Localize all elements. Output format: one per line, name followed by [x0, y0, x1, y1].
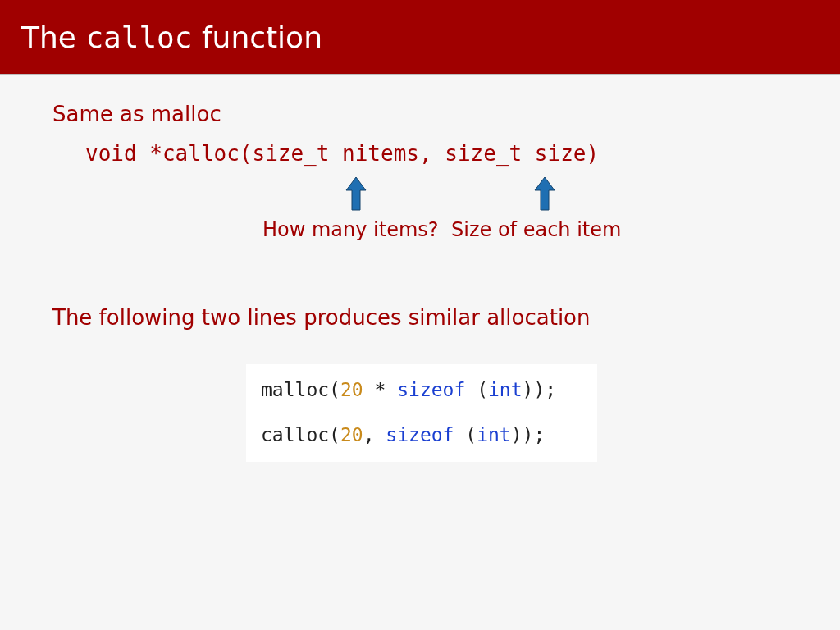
function-prototype: void *calloc(size_t nitems, size_t size) [85, 141, 791, 166]
code-example: malloc(20 * sizeof (int)); calloc(20, si… [246, 364, 597, 462]
code-token: , [363, 424, 386, 445]
code-token: malloc [261, 379, 329, 400]
title-prefix: The [21, 21, 85, 54]
code-token [454, 424, 465, 445]
followup-text: The following two lines produces similar… [52, 305, 791, 330]
code-token: sizeof [386, 424, 454, 445]
code-line-2: calloc(20, sizeof (int)); [261, 421, 582, 450]
slide-body: Same as malloc void *calloc(size_t nitem… [0, 75, 840, 462]
arrow-labels-row: How many items? Size of each item [52, 218, 791, 248]
code-token: )); [511, 424, 546, 445]
code-token: 20 [340, 424, 363, 445]
code-line-1: malloc(20 * sizeof (int)); [261, 376, 582, 404]
slide-title: The calloc function [21, 21, 322, 54]
code-gap [261, 404, 582, 421]
code-token: int [477, 424, 511, 445]
title-suffix: function [192, 21, 322, 54]
slide-header: The calloc function [0, 0, 840, 75]
code-token: calloc [261, 424, 329, 445]
arrow-label-right: Size of each item [451, 218, 621, 241]
up-arrow-icon [345, 176, 368, 212]
intro-text: Same as malloc [52, 102, 791, 126]
code-token: ( [477, 379, 488, 400]
code-token: )); [523, 379, 557, 400]
code-token: ( [465, 424, 477, 445]
arrow-row [52, 176, 791, 217]
code-token [465, 379, 477, 400]
title-mono: calloc [85, 21, 192, 54]
code-token: sizeof [397, 379, 465, 400]
code-token: * [363, 379, 398, 400]
up-arrow-icon [533, 176, 556, 212]
code-token: int [488, 379, 523, 400]
code-token: ( [329, 379, 340, 400]
code-token: 20 [340, 379, 363, 400]
code-token: ( [329, 424, 340, 445]
arrow-label-left: How many items? [262, 218, 439, 241]
